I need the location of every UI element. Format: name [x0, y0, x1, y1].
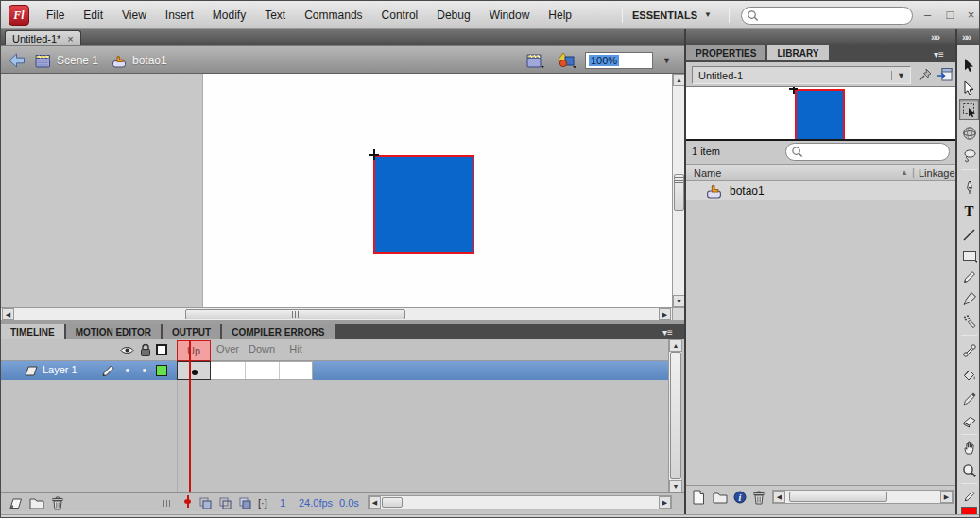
menu-commands[interactable]: Commands — [295, 9, 371, 22]
scrollbar-thumb[interactable] — [185, 309, 405, 319]
scroll-right-icon[interactable]: ▶ — [659, 308, 671, 320]
delete-layer-trash-icon[interactable] — [51, 495, 64, 510]
library-item-row[interactable]: botao1 — [686, 181, 955, 200]
pin-library-icon[interactable] — [918, 68, 933, 82]
modify-markers-icon[interactable]: [·] — [258, 497, 267, 509]
new-folder-icon[interactable] — [713, 492, 728, 504]
hand-tool[interactable] — [959, 437, 979, 458]
new-layer-icon[interactable] — [9, 496, 23, 509]
tools-panel-collapse-icon[interactable]: »» — [962, 31, 970, 43]
onion-skin-outlines-icon[interactable] — [238, 496, 252, 509]
scroll-down-icon[interactable]: ▼ — [669, 480, 682, 492]
layer-row[interactable]: Layer 1 — [1, 361, 668, 380]
frame-label-up[interactable]: Up — [177, 340, 211, 361]
empty-frame-cells[interactable] — [211, 361, 313, 380]
scroll-up-icon[interactable]: ▲ — [669, 339, 682, 352]
column-divider[interactable]: | — [912, 166, 915, 178]
minimize-button[interactable]: – — [920, 8, 936, 23]
tab-motion-editor[interactable]: MOTION EDITOR — [66, 324, 161, 339]
outline-layers-icon[interactable] — [156, 344, 167, 355]
line-tool[interactable] — [959, 224, 979, 245]
library-panel-collapse-icon[interactable]: »» — [931, 31, 938, 43]
frame-label-over[interactable]: Over — [211, 343, 245, 354]
tab-library[interactable]: LIBRARY — [767, 45, 828, 60]
scroll-down-icon[interactable]: ▼ — [673, 295, 684, 307]
menu-text[interactable]: Text — [255, 9, 295, 22]
new-symbol-icon[interactable] — [692, 490, 705, 505]
tab-timeline[interactable]: TIMELINE — [1, 324, 64, 339]
menu-help[interactable]: Help — [539, 9, 581, 22]
selection-tool[interactable] — [959, 55, 979, 76]
stage-vertical-scrollbar[interactable]: ▲ ▼ — [672, 74, 684, 307]
brush-tool[interactable] — [959, 288, 979, 309]
scroll-left-icon[interactable]: ◀ — [773, 491, 785, 503]
menu-edit[interactable]: Edit — [74, 9, 112, 22]
center-frame-icon[interactable] — [198, 496, 213, 509]
menu-debug[interactable]: Debug — [427, 9, 479, 22]
tab-compiler-errors[interactable]: COMPILER ERRORS — [222, 324, 334, 339]
timeline-panel-menu-icon[interactable]: ▾≡ — [662, 327, 673, 337]
resize-grip[interactable] — [162, 497, 171, 509]
zoom-level-field[interactable]: 100% — [585, 52, 653, 69]
scrollbar-thumb[interactable] — [670, 352, 681, 479]
maximize-button[interactable]: □ — [942, 8, 958, 23]
item-properties-icon[interactable]: i — [733, 491, 747, 504]
scrollbar-thumb[interactable] — [674, 174, 684, 211]
new-library-panel-icon[interactable] — [937, 67, 953, 82]
zoom-dropdown-arrow-icon[interactable]: ▼ — [662, 56, 671, 65]
library-document-select[interactable]: Untitled-1 ▼ — [692, 66, 911, 84]
stage-horizontal-scrollbar[interactable]: ◀ ▶ — [1, 307, 672, 320]
back-button[interactable] — [9, 53, 26, 71]
spray-brush-tool[interactable] — [959, 311, 979, 332]
scroll-left-icon[interactable]: ◀ — [2, 308, 14, 320]
scroll-right-icon[interactable]: ▶ — [940, 491, 953, 503]
scroll-left-icon[interactable]: ◀ — [369, 496, 381, 509]
scroll-right-icon[interactable]: ▶ — [659, 496, 671, 509]
menu-control[interactable]: Control — [372, 9, 428, 22]
scroll-up-icon[interactable]: ▲ — [673, 74, 684, 86]
menu-window[interactable]: Window — [480, 9, 540, 22]
library-search-input[interactable] — [803, 147, 936, 158]
menu-view[interactable]: View — [112, 9, 156, 22]
keyframe-cell-up[interactable] — [177, 361, 211, 380]
menu-modify[interactable]: Modify — [203, 9, 255, 22]
paint-bucket-tool[interactable] — [959, 365, 979, 386]
scrollbar-thumb[interactable] — [789, 492, 887, 502]
document-tab[interactable]: Untitled-1* × — [5, 30, 81, 45]
tab-output[interactable]: OUTPUT — [163, 324, 220, 339]
layer-name[interactable]: Layer 1 — [43, 364, 77, 375]
library-horizontal-scrollbar[interactable]: ◀ ▶ — [772, 490, 954, 504]
edit-scene-button[interactable] — [526, 53, 545, 72]
free-transform-tool[interactable] — [959, 99, 979, 120]
eyedropper-tool[interactable] — [959, 388, 979, 409]
eraser-tool[interactable] — [959, 411, 979, 432]
close-button[interactable]: × — [963, 8, 979, 23]
stroke-color-control[interactable] — [959, 486, 979, 507]
flash-app-icon[interactable]: Fl — [9, 5, 29, 26]
column-linkage[interactable]: Linkage — [919, 167, 955, 179]
breadcrumb-scene[interactable]: Scene 1 — [57, 54, 98, 67]
library-search[interactable] — [785, 143, 950, 161]
layer-outline-swatch[interactable] — [156, 365, 167, 376]
pen-tool[interactable] — [959, 177, 979, 198]
delete-item-trash-icon[interactable] — [752, 490, 765, 505]
app-search[interactable] — [741, 7, 913, 25]
subselection-tool[interactable] — [959, 78, 979, 98]
layer-lock-dot[interactable] — [143, 369, 146, 372]
text-tool[interactable]: T — [959, 200, 979, 221]
current-frame-value[interactable]: 1 — [280, 497, 285, 509]
workspace-switcher[interactable]: ESSENTIALS ▼ — [632, 1, 712, 28]
layer-visibility-dot[interactable] — [126, 369, 129, 372]
timeline-horizontal-scrollbar[interactable]: ◀ ▶ — [368, 495, 672, 509]
sort-ascending-icon[interactable]: ▲ — [901, 168, 908, 177]
bone-tool[interactable] — [959, 340, 979, 361]
stage-rectangle[interactable] — [373, 155, 474, 254]
lasso-tool[interactable] — [959, 146, 979, 166]
playhead-line[interactable] — [189, 340, 191, 492]
library-column-header[interactable]: Name ▲ | Linkage — [686, 164, 955, 181]
rectangle-tool[interactable] — [959, 246, 979, 267]
zoom-tool[interactable] — [959, 460, 979, 481]
new-folder-icon[interactable] — [29, 497, 44, 509]
lock-layers-icon[interactable] — [140, 343, 151, 357]
frame-label-hit[interactable]: Hit — [279, 343, 313, 354]
